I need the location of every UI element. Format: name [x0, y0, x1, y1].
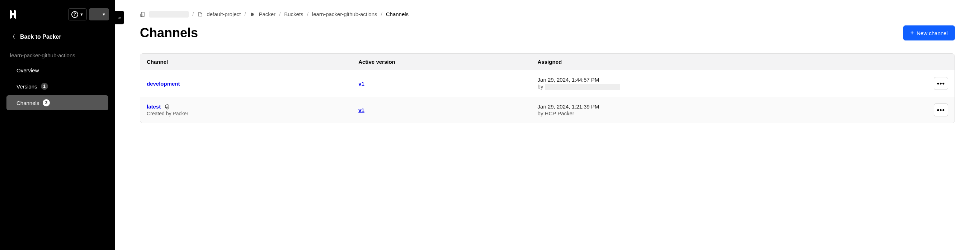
- svg-rect-0: [142, 12, 144, 16]
- dots-horizontal-icon: •••: [937, 80, 945, 87]
- table-header-assigned: Assigned: [531, 54, 929, 70]
- sidebar-item-versions[interactable]: Versions 1: [6, 79, 108, 94]
- user-dropdown-button[interactable]: ▼: [89, 8, 109, 21]
- help-dropdown-button[interactable]: ? ▼: [68, 8, 87, 21]
- question-icon: ?: [72, 11, 78, 18]
- row-actions-button[interactable]: •••: [934, 77, 948, 90]
- bucket-name-label: learn-packer-github-actions: [0, 44, 115, 63]
- channel-name-link[interactable]: latest: [147, 103, 161, 109]
- table-header-channel: Channel: [140, 54, 352, 70]
- sidebar-item-overview[interactable]: Overview: [6, 63, 108, 78]
- table-header-version: Active version: [352, 54, 531, 70]
- breadcrumb-current: Channels: [386, 11, 409, 17]
- main-content: / default-project / Packer / Buckets / l…: [115, 0, 980, 250]
- breadcrumb-org-link[interactable]: [149, 11, 189, 17]
- breadcrumb: / default-project / Packer / Buckets / l…: [140, 11, 955, 17]
- sidebar: ? ▼ ▼ « 〈 Back to Packer learn-packer-gi…: [0, 0, 115, 250]
- sidebar-collapse-button[interactable]: «: [115, 11, 124, 24]
- breadcrumb-bucket-link[interactable]: learn-packer-github-actions: [312, 11, 377, 17]
- sidebar-item-label: Channels: [16, 100, 39, 106]
- chevron-down-icon: ▼: [102, 12, 106, 16]
- assigned-by: by: [538, 84, 921, 90]
- table-row: development v1 Jan 29, 2024, 1:44:57 PM …: [140, 70, 955, 97]
- new-channel-label: New channel: [916, 30, 948, 36]
- assigned-date: Jan 29, 2024, 1:21:39 PM: [538, 103, 921, 109]
- plus-icon: +: [910, 30, 914, 36]
- version-link[interactable]: v1: [358, 107, 364, 113]
- back-to-packer-link[interactable]: 〈 Back to Packer: [0, 30, 115, 44]
- packer-icon: [249, 11, 255, 17]
- dots-horizontal-icon: •••: [937, 106, 945, 114]
- chevron-left-icon: 〈: [10, 34, 15, 40]
- breadcrumb-packer-link[interactable]: Packer: [259, 11, 275, 17]
- shield-check-icon: [164, 104, 170, 110]
- breadcrumb-project-link[interactable]: default-project: [207, 11, 241, 17]
- channel-name-link[interactable]: development: [147, 81, 180, 87]
- breadcrumb-buckets-link[interactable]: Buckets: [284, 11, 303, 17]
- page-title: Channels: [140, 25, 198, 41]
- table-row: latest Created by Packer v1 Jan 29, 2024…: [140, 97, 955, 123]
- row-actions-button[interactable]: •••: [934, 103, 948, 116]
- sidebar-item-label: Versions: [16, 84, 37, 90]
- hashicorp-logo-icon: [6, 7, 20, 22]
- assigned-date: Jan 29, 2024, 1:44:57 PM: [538, 77, 921, 83]
- chevron-double-left-icon: «: [118, 15, 121, 21]
- versions-count-badge: 1: [41, 83, 48, 90]
- channels-table: Channel Active version Assigned developm…: [140, 53, 955, 123]
- channel-subtitle: Created by Packer: [147, 111, 345, 116]
- version-link[interactable]: v1: [358, 81, 364, 87]
- project-icon: [197, 11, 203, 17]
- back-label: Back to Packer: [20, 34, 61, 40]
- new-channel-button[interactable]: + New channel: [903, 25, 955, 41]
- sidebar-item-label: Overview: [16, 67, 39, 73]
- channels-count-badge: 2: [43, 99, 50, 106]
- org-icon: [140, 11, 146, 17]
- chevron-down-icon: ▼: [80, 12, 84, 16]
- sidebar-item-channels[interactable]: Channels 2: [6, 95, 108, 110]
- assigned-by: by HCP Packer: [538, 110, 921, 116]
